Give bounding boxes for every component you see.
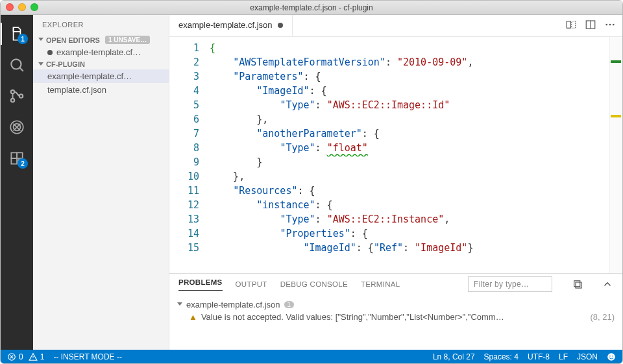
svg-rect-6: [11, 152, 17, 158]
svg-rect-8: [11, 158, 17, 164]
activity-bar: 1 2: [1, 15, 33, 350]
explorer-badge: 1: [18, 34, 28, 44]
problem-item[interactable]: ▲ Value is not accepted. Valid values: […: [177, 311, 615, 323]
minimize-window-button[interactable]: [18, 3, 26, 11]
status-ln-col[interactable]: Ln 8, Col 27: [433, 352, 475, 361]
status-errors[interactable]: 0: [7, 352, 23, 361]
code-editor[interactable]: 123456789101112131415 { "AWSTemplateForm…: [169, 37, 622, 273]
modified-dot-icon: [47, 50, 53, 55]
chevron-down-icon: [177, 302, 182, 306]
svg-point-2: [11, 99, 14, 102]
window-title: example-template.cf.json - cf-plugin: [250, 3, 373, 12]
svg-rect-11: [572, 21, 576, 29]
svg-rect-10: [567, 21, 570, 29]
editor-area: example-template.cf.json 123456789101112…: [169, 15, 622, 350]
warning-icon: ▲: [189, 312, 197, 322]
svg-point-20: [609, 356, 611, 357]
tab-label: example-template.cf.json: [178, 20, 273, 30]
chevron-down-icon: [38, 38, 43, 41]
line-gutter: 123456789101112131415: [169, 37, 206, 273]
editor-tab-active[interactable]: example-template.cf.json: [169, 15, 293, 36]
status-feedback-icon[interactable]: [607, 352, 616, 361]
close-window-button[interactable]: [6, 3, 14, 11]
svg-point-13: [605, 24, 607, 26]
file-tree-item[interactable]: template.cf.json: [33, 83, 169, 97]
workspace-header[interactable]: CF-PLUGIN: [33, 59, 169, 69]
more-icon[interactable]: [604, 19, 616, 32]
svg-point-15: [613, 24, 615, 26]
status-eol[interactable]: LF: [559, 352, 568, 361]
svg-point-3: [19, 94, 23, 97]
problems-file-row[interactable]: example-template.cf.json 1: [177, 298, 615, 311]
svg-point-1: [11, 90, 14, 93]
status-indent[interactable]: Spaces: 4: [484, 352, 519, 361]
activity-scm[interactable]: [1, 82, 33, 110]
svg-rect-7: [17, 152, 23, 158]
activity-search[interactable]: [1, 51, 33, 79]
svg-point-19: [607, 353, 615, 361]
status-bar: 0 1 -- INSERT MODE -- Ln 8, Col 27 Space…: [1, 350, 622, 364]
svg-rect-17: [576, 282, 581, 288]
extensions-badge: 2: [18, 158, 28, 169]
svg-point-0: [11, 59, 21, 69]
panel-tab-problems[interactable]: PROBLEMS: [178, 278, 223, 291]
chevron-up-icon[interactable]: [602, 278, 613, 290]
collapse-all-icon[interactable]: [572, 278, 583, 290]
sidebar-title: EXPLORER: [33, 15, 169, 34]
open-editor-item[interactable]: example-template.cf…: [33, 45, 169, 59]
compare-icon[interactable]: [565, 19, 577, 32]
maximize-window-button[interactable]: [31, 3, 38, 11]
traffic-lights: [6, 3, 38, 11]
file-tree-item[interactable]: example-template.cf…: [33, 69, 169, 83]
activity-extensions[interactable]: 2: [1, 145, 33, 172]
activity-explorer[interactable]: 1: [1, 20, 33, 47]
unsaved-badge: 1 UNSAVE…: [105, 36, 150, 44]
activity-debug[interactable]: [1, 114, 33, 141]
editor-tab-row: example-template.cf.json: [169, 15, 622, 37]
titlebar: example-template.cf.json - cf-plugin: [1, 1, 622, 15]
status-editor-mode[interactable]: -- INSERT MODE --: [53, 352, 122, 361]
panel-tab-debug-console[interactable]: DEBUG CONSOLE: [280, 280, 348, 288]
status-language[interactable]: JSON: [577, 352, 598, 361]
status-warnings[interactable]: 1: [29, 352, 45, 361]
sidebar: EXPLORER OPEN EDITORS 1 UNSAVE… example-…: [33, 15, 169, 350]
split-editor-icon[interactable]: [585, 19, 596, 32]
problem-count-badge: 1: [284, 301, 295, 308]
svg-rect-16: [574, 281, 580, 287]
status-encoding[interactable]: UTF-8: [528, 352, 550, 361]
svg-point-14: [609, 24, 611, 26]
code-content[interactable]: { "AWSTemplateFormatVersion": "2010-09-0…: [206, 37, 609, 273]
svg-point-21: [612, 356, 613, 357]
open-editors-header[interactable]: OPEN EDITORS 1 UNSAVE…: [33, 34, 169, 45]
minimap[interactable]: [609, 37, 622, 273]
chevron-down-icon: [38, 62, 43, 66]
panel-tab-terminal[interactable]: TERMINAL: [361, 280, 400, 288]
tab-modified-dot-icon: [278, 23, 283, 28]
panel: PROBLEMS OUTPUT DEBUG CONSOLE TERMINAL F…: [169, 273, 622, 350]
panel-tab-output[interactable]: OUTPUT: [236, 280, 267, 288]
filter-input[interactable]: Filter by type…: [468, 276, 552, 292]
